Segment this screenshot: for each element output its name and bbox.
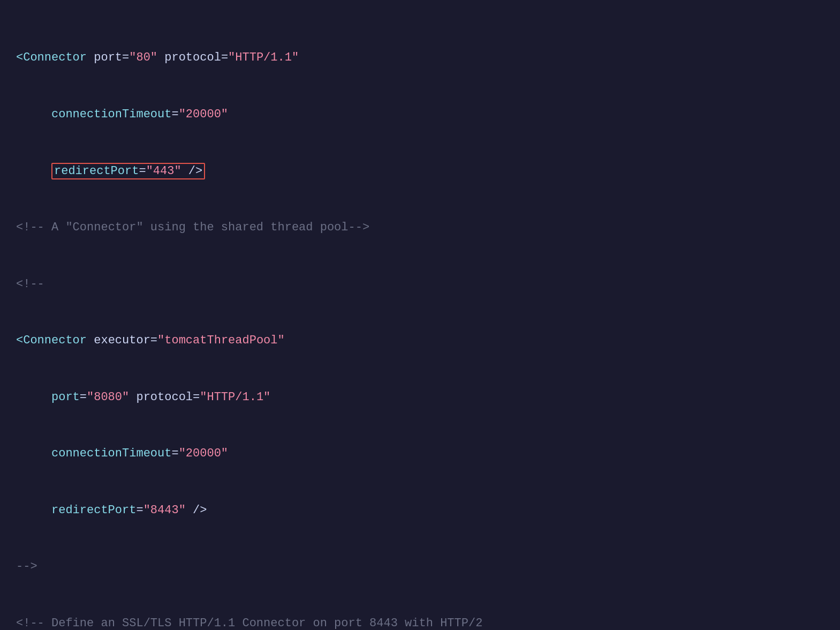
line-redirect-port: redirectPort="443" />: [16, 162, 824, 181]
line-redirect-port-8443: redirectPort="8443" />: [16, 501, 824, 520]
highlight-redirect-port: redirectPort="443" />: [51, 163, 205, 179]
attr-redirect-port: redirectPort: [54, 164, 139, 178]
code-editor: <Connector port="80" protocol="HTTP/1.1"…: [16, 11, 824, 630]
attr-redirect-port2: redirectPort: [51, 504, 136, 517]
attr-connection-timeout: connectionTimeout: [51, 108, 171, 121]
comment-shared-thread: <!-- A "Connector" using the shared thre…: [16, 221, 369, 234]
attr-port: port: [51, 391, 80, 404]
punct: executor=: [87, 334, 157, 347]
line-connector-opening: <Connector port="80" protocol="HTTP/1.1": [16, 48, 824, 67]
value-20000: "20000": [179, 108, 228, 121]
line-comment-define-ssl: <!-- Define an SSL/TLS HTTP/1.1 Connecto…: [16, 614, 824, 630]
punct: =: [171, 108, 178, 121]
line-comment-shared: <!-- A "Connector" using the shared thre…: [16, 218, 824, 237]
comment-define-ssl: <!-- Define an SSL/TLS HTTP/1.1 Connecto…: [16, 617, 482, 630]
value-20000-2: "20000": [179, 447, 228, 460]
value-tomcat-thread-pool: "tomcatThreadPool": [157, 334, 285, 347]
punct: =: [136, 504, 143, 517]
comment-open: <!--: [16, 278, 44, 291]
punct-slash2: />: [186, 504, 207, 517]
punct: port=: [87, 51, 129, 64]
punct: protocol=: [157, 51, 228, 64]
punct: =: [171, 447, 178, 460]
line-comment-close1: -->: [16, 557, 824, 576]
tag-connector-executor: <Connector: [16, 334, 87, 347]
line-connection-timeout2: connectionTimeout="20000": [16, 444, 824, 463]
line-comment-open: <!--: [16, 275, 824, 294]
value-http11-2: "HTTP/1.1": [200, 391, 270, 404]
line-connection-timeout: connectionTimeout="20000": [16, 105, 824, 124]
punct: =: [80, 391, 87, 404]
value-http11: "HTTP/1.1": [228, 51, 299, 64]
tag-connector: <Connector: [16, 51, 87, 64]
value-8080: "8080": [87, 391, 129, 404]
line-connector-executor: <Connector executor="tomcatThreadPool": [16, 331, 824, 350]
value-443: "443": [146, 164, 181, 178]
punct: =: [139, 164, 146, 178]
value-8443: "8443": [143, 504, 186, 517]
line-port-8080: port="8080" protocol="HTTP/1.1": [16, 388, 824, 407]
punct: protocol=: [129, 391, 200, 404]
value-port-80: "80": [129, 51, 157, 64]
punct-slash: />: [181, 164, 203, 178]
attr-connection-timeout2: connectionTimeout: [51, 447, 171, 460]
comment-close1: -->: [16, 560, 37, 573]
